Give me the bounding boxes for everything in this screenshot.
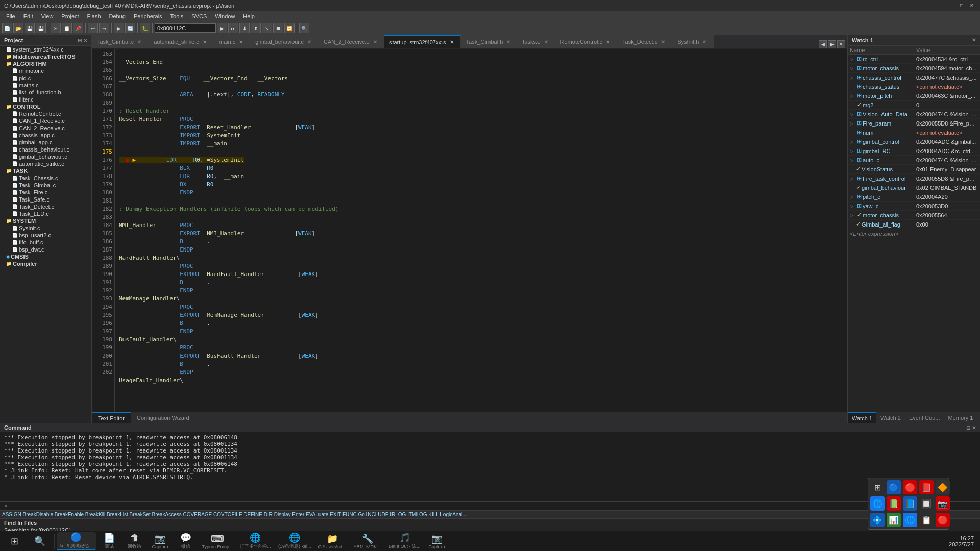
- popup-icon[interactable]: 💠: [870, 513, 885, 527]
- watch-row-gimbal-all-flag[interactable]: ✓ Gimbal_all_flag 0x00: [848, 220, 980, 229]
- popup-icon[interactable]: 📊: [887, 513, 901, 527]
- watch-enter-expression[interactable]: <Enter expression>: [848, 229, 980, 238]
- menu-item-tools[interactable]: Tools: [166, 11, 188, 21]
- watch-tab-gpio[interactable]: GPIO...: [977, 412, 980, 423]
- command-input[interactable]: [10, 503, 976, 509]
- tab-remotecontrol-c[interactable]: RemoteControl.c ✕: [555, 35, 618, 48]
- close-button[interactable]: ✕: [968, 2, 976, 10]
- bottom-tab-config-wizard[interactable]: Configuration Wizard: [131, 412, 195, 423]
- sidebar-item-middlewares[interactable]: 📁 Middlewares/FreeRTOS: [0, 53, 91, 60]
- step-in-button[interactable]: ⬇: [239, 23, 250, 33]
- sidebar-item-can2[interactable]: 📄 CAN_2_Receive.c: [0, 124, 91, 132]
- watch-row-gimbal-control[interactable]: ▷⊞ gimbal_control 0x20004ADC &gimbal...: [848, 137, 980, 146]
- watch-row-motor-pitch[interactable]: ▷⊞ motor_pitch 0x2000463C &motor_...: [848, 91, 980, 101]
- tab-startup-stm32f407xx-s[interactable]: startup_stm32f407xx.s ✕: [384, 35, 461, 48]
- copy-button[interactable]: 📋: [62, 23, 72, 33]
- bottom-tab-text-editor[interactable]: Text Editor: [92, 412, 131, 423]
- sidebar-item-bsp-dwt[interactable]: 📄 bsp_dwt.c: [0, 246, 91, 253]
- watch-row-yaw-c[interactable]: ▷⊞ yaw_c 0x200053D0: [848, 202, 980, 211]
- sidebar-item-rmmotor[interactable]: 📄 rmmotor.c: [0, 67, 91, 74]
- taskbar-explorer[interactable]: 📁 C:\Users\ad...: [315, 532, 350, 550]
- menu-item-window[interactable]: Window: [211, 11, 239, 21]
- sidebar-tree[interactable]: 📄 system_stm32f4xx.c 📁 Middlewares/FreeR…: [0, 46, 91, 423]
- paste-button[interactable]: 📌: [73, 23, 83, 33]
- open-button[interactable]: 📂: [13, 23, 23, 33]
- sidebar-item-task-gimbal[interactable]: 📄 Task_Gimbal.c: [0, 182, 91, 189]
- step-over-button[interactable]: ⏭: [228, 23, 238, 33]
- sidebar-item-task-detect[interactable]: 📄 Task_Detect.c: [0, 203, 91, 210]
- popup-icon[interactable]: 🌐: [903, 513, 917, 527]
- popup-icon[interactable]: 📷: [936, 496, 950, 511]
- minimize-button[interactable]: —: [947, 2, 955, 10]
- sidebar-item-automatic-strike[interactable]: 📄 automatic_strike.c: [0, 160, 91, 167]
- sidebar-item-system-stm32[interactable]: 📄 system_stm32f4xx.c: [0, 46, 91, 53]
- sidebar-item-cmsis[interactable]: ◆ CMSIS: [0, 253, 91, 260]
- save-button[interactable]: 💾: [24, 23, 35, 33]
- menu-item-edit[interactable]: Edit: [19, 11, 37, 21]
- close-editor-button[interactable]: ✕: [837, 40, 845, 48]
- stop-button[interactable]: ⏹: [273, 23, 283, 33]
- popup-icon[interactable]: 🌐: [870, 496, 885, 511]
- watch-tab-event-cou[interactable]: Event Cou...: [905, 412, 944, 423]
- taskbar-captura-2[interactable]: 📷 Captura: [425, 532, 449, 550]
- popup-icon[interactable]: 📕: [919, 480, 934, 494]
- tab-sysinit-h[interactable]: SysInit.h ✕: [672, 35, 714, 48]
- sidebar-item-algorithm[interactable]: 📁 ALGORITHM: [0, 60, 91, 67]
- tab-can2-receive-c[interactable]: CAN_2_Receive.c ✕: [318, 35, 384, 48]
- sidebar-item-task-fire[interactable]: 📄 Task_Fire.c: [0, 189, 91, 196]
- rebuild-button[interactable]: 🔄: [125, 23, 135, 33]
- tab-close-icon[interactable]: ✕: [505, 38, 512, 45]
- tab-main-c[interactable]: main.c ✕: [214, 35, 250, 48]
- menu-item-file[interactable]: File: [2, 11, 19, 21]
- search-button[interactable]: 🔍: [28, 532, 52, 550]
- sidebar-item-fifo-buff[interactable]: 📄 fifo_buff.c: [0, 239, 91, 246]
- tab-task-gimbal-c[interactable]: Task_Gimbal.c ✕: [92, 35, 149, 48]
- watch-tab-memory-1[interactable]: Memory 1: [944, 412, 977, 423]
- sidebar-item-compiler[interactable]: 📁 Compiler: [0, 260, 91, 267]
- taskbar-music[interactable]: 🎵 Let It Out - 陈...: [386, 532, 424, 550]
- watch-row-chassis-control[interactable]: ▷⊞ chassis_control 0x200477C &chassis_..…: [848, 73, 980, 82]
- watch-row-motor-chassis2[interactable]: ▷✓ motor_chassis 0x20005564: [848, 211, 980, 220]
- sidebar-item-gimbal-app[interactable]: 📄 gimbal_app.c: [0, 139, 91, 146]
- watch-row-pitch-c[interactable]: ▷⊞ pitch_c 0x20004A20: [848, 192, 980, 202]
- tab-gimbal-behaviour-c[interactable]: gimbal_behaviour.c ✕: [250, 35, 318, 48]
- debug-button[interactable]: 🐛: [140, 23, 150, 33]
- popup-icon[interactable]: 🔴: [903, 480, 917, 494]
- popup-icon[interactable]: 🔶: [936, 480, 950, 494]
- sidebar-item-maths[interactable]: 📄 maths.c: [0, 82, 91, 89]
- popup-icon[interactable]: ⊞: [870, 480, 885, 494]
- taskbar-recycle[interactable]: 🗑 回收站: [122, 532, 147, 550]
- popup-icon[interactable]: 🔴: [936, 513, 950, 527]
- watch-row-gimbal-behaviour[interactable]: ✓ gimbal_behaviour 0x02 GIMBAL_STANDB: [848, 183, 980, 192]
- tab-close-icon[interactable]: ✕: [306, 38, 313, 45]
- popup-icon[interactable]: 🔵: [887, 480, 901, 494]
- watch-row-rc-ctrl[interactable]: ▷⊞ rc_ctrl 0x20004534 &rc_ctrl_: [848, 55, 980, 64]
- taskbar-keil5[interactable]: 🔵 keil5 测试记忆...: [57, 532, 96, 550]
- sidebar-item-control[interactable]: 📁 CONTROL: [0, 103, 91, 110]
- popup-icon[interactable]: 📘: [903, 496, 917, 511]
- code-content[interactable]: __Vectors_End __Vectors_Size EQU __Vecto…: [115, 49, 847, 412]
- sidebar-item-remotecontrol[interactable]: 📄 RemoteControl.c: [0, 110, 91, 117]
- watch-row-fire-task-control[interactable]: ▷⊞ Fire_task_control 0x200055D8 &Fire_pa…: [848, 174, 980, 183]
- sidebar-item-gimbal-behaviour[interactable]: 📄 gimbal_behaviour.c: [0, 153, 91, 160]
- watch-row-vision-status[interactable]: ✓ VisionStatus 0x01 Enemy_Disappear: [848, 165, 980, 174]
- sidebar-item-task[interactable]: 📁 TASK: [0, 167, 91, 174]
- tab-right-scroll[interactable]: ▶: [828, 40, 836, 48]
- maximize-button[interactable]: □: [958, 2, 966, 10]
- watch-row-fire-param[interactable]: ▷⊞ Fire_param 0x200055D8 &Fire_par...: [848, 119, 980, 128]
- sidebar-item-task-safe[interactable]: 📄 Task_Safe.c: [0, 196, 91, 203]
- tab-close-icon[interactable]: ✕: [543, 38, 550, 45]
- watch-row-chassis-status[interactable]: ⊞ chassis_status <cannot evaluate>: [848, 82, 980, 91]
- tab-task-detect-c[interactable]: Task_Detect.c ✕: [617, 35, 672, 48]
- step-out-button[interactable]: ⬆: [251, 23, 261, 33]
- tab-close-icon[interactable]: ✕: [237, 38, 244, 45]
- menu-item-help[interactable]: Help: [239, 11, 259, 21]
- menu-item-flash[interactable]: Flash: [83, 11, 105, 21]
- taskbar-test[interactable]: 📄 测试: [97, 532, 121, 550]
- popup-icon[interactable]: 📋: [919, 513, 934, 527]
- watch-row-vision-auto-data[interactable]: ▷⊞ Vision_Auto_Data 0x2000474C &Vision_.…: [848, 110, 980, 119]
- tab-left-scroll[interactable]: ◀: [819, 40, 827, 48]
- undo-button[interactable]: ↩: [88, 23, 98, 33]
- build-button[interactable]: ▶: [114, 23, 124, 33]
- taskbar-typora[interactable]: ⌨ Typora Emoji...: [199, 532, 236, 550]
